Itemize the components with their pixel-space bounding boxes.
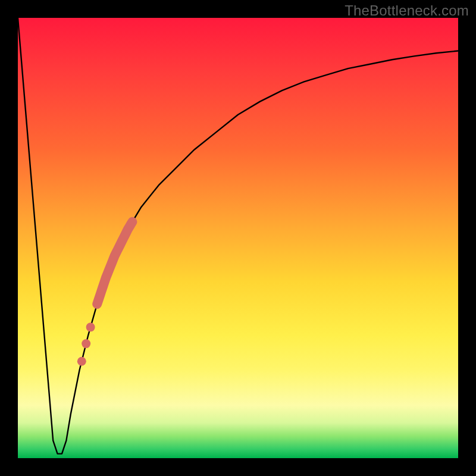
bottleneck-curve-path bbox=[18, 18, 458, 454]
curve-svg bbox=[18, 18, 458, 458]
highlight-dots bbox=[77, 322, 95, 365]
highlight-dot bbox=[77, 357, 86, 366]
highlight-dot bbox=[82, 339, 90, 348]
plot-area bbox=[18, 18, 458, 458]
highlight-dot bbox=[86, 322, 95, 331]
highlight-segment-path bbox=[97, 222, 132, 304]
watermark-text: TheBottleneck.com bbox=[345, 2, 469, 19]
chart-frame: TheBottleneck.com bbox=[0, 0, 476, 476]
curve-layer bbox=[18, 18, 458, 454]
